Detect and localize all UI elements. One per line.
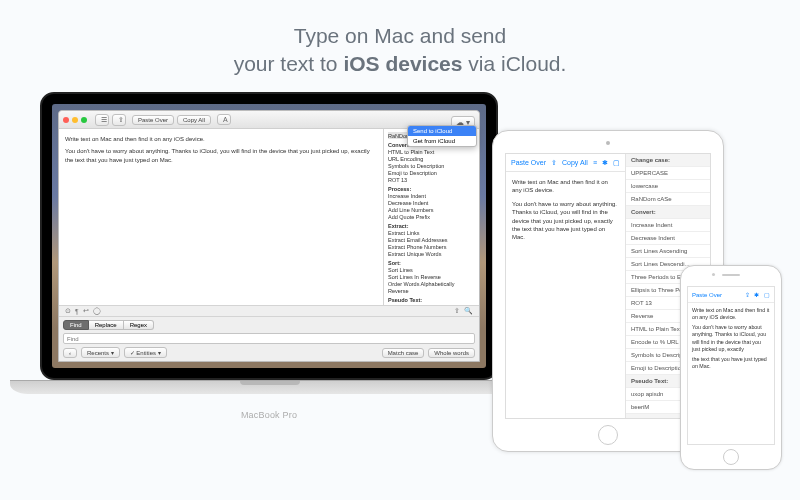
list-item[interactable]: Increase Indent <box>626 219 710 232</box>
find-tab[interactable]: Find <box>63 320 89 330</box>
editor-paragraph: Write text on Mac and then find it on an… <box>512 178 619 195</box>
macos-desktop: ☰ ⇪ Paste Over Copy All A ☁ ▾ Send to iC… <box>52 104 486 368</box>
minimize-icon[interactable] <box>72 117 78 123</box>
home-button[interactable] <box>598 425 618 445</box>
editor-paragraph: Write text on Mac and then find it on an… <box>692 307 770 321</box>
paste-over-button[interactable]: Paste Over <box>511 159 546 166</box>
copy-all-button[interactable]: Copy All <box>562 159 588 166</box>
camera-icon <box>712 273 715 276</box>
paragraph-icon[interactable]: ¶ <box>75 308 79 315</box>
export-icon[interactable]: ⇪ <box>551 159 557 167</box>
macbook-device: ☰ ⇪ Paste Over Copy All A ☁ ▾ Send to iC… <box>40 92 498 402</box>
iphone-device: Paste Over ⇪ ✱ ▢ Write text on Mac and t… <box>680 265 782 470</box>
window-titlebar: ☰ ⇪ Paste Over Copy All A ☁ ▾ Send to iC… <box>59 111 479 129</box>
sidebar-item[interactable]: Sort Lines <box>388 266 475 273</box>
editor-icon-row: ⊙ ¶ ↩ ◯ ⇪ 🔍 <box>59 305 479 317</box>
list-item[interactable]: Sort Lines Ascending <box>626 245 710 258</box>
copy-all-button[interactable]: Copy All <box>177 115 211 125</box>
list-header: Convert: <box>626 206 710 219</box>
search-icon[interactable]: 🔍 <box>464 307 473 315</box>
headline-line1: Type on Mac and send <box>294 24 506 47</box>
cloud-dropdown: Send to iCloud Get from iCloud <box>407 125 477 147</box>
close-icon[interactable] <box>63 117 69 123</box>
clipboard-icon[interactable]: ▢ <box>613 159 620 167</box>
app-window: ☰ ⇪ Paste Over Copy All A ☁ ▾ Send to iC… <box>58 110 480 362</box>
list-item[interactable]: Decrease Indent <box>626 232 710 245</box>
editor-paragraph: You don't have to worry about anything. … <box>65 147 377 164</box>
export-icon[interactable]: ⇪ <box>745 292 750 298</box>
ipad-toolbar: Paste Over ⇪ Copy All ≡ ✱ ▢ <box>506 154 625 172</box>
macbook-base <box>10 380 530 394</box>
sidebar-item[interactable]: Extract Links <box>388 229 475 236</box>
sidebar-item[interactable]: Add Line Numbers <box>388 206 475 213</box>
traffic-lights <box>63 117 87 123</box>
editor-paragraph: You don't have to worry about anything. … <box>512 200 619 242</box>
sidebar-item[interactable]: Extract Email Addresses <box>388 236 475 243</box>
sidebar-item[interactable]: URL Encoding <box>388 155 475 162</box>
export-icon[interactable]: ⇪ <box>112 114 126 126</box>
headline-line2-prefix: your text to <box>234 52 344 75</box>
actions-sidebar: RaNDom cASe Convert: HTML to Plain Text … <box>384 129 479 305</box>
pin-icon[interactable]: ⊙ <box>65 307 71 315</box>
sidebar-item[interactable]: Extract Phone Numbers <box>388 243 475 250</box>
headline-line2-bold: iOS devices <box>343 52 462 75</box>
headline-line2-suffix: via iCloud. <box>462 52 566 75</box>
replace-tab[interactable]: Replace <box>89 320 124 330</box>
voice-icon[interactable]: ◯ <box>93 307 101 315</box>
sidebar-item[interactable]: Decrease Indent <box>388 199 475 206</box>
editor-paragraph: You don't have to worry about anything. … <box>692 324 770 353</box>
sidebar-item[interactable]: Reverse <box>388 287 475 294</box>
speaker-icon <box>722 274 740 276</box>
sidebar-item[interactable]: Symbols to Description <box>388 162 475 169</box>
editor-paragraph: Write text on Mac and then find it on an… <box>65 135 377 143</box>
sidebar-item[interactable]: Add Quote Prefix <box>388 213 475 220</box>
find-panel: Find Replace Regex ‹ Recents ▾ ✓ Entitie… <box>59 317 479 361</box>
marketing-headline: Type on Mac and send your text to iOS de… <box>0 22 800 79</box>
macbook-notch <box>240 381 300 385</box>
iphone-toolbar: Paste Over ⇪ ✱ ▢ <box>688 287 774 303</box>
maximize-icon[interactable] <box>81 117 87 123</box>
sidebar-item[interactable]: ROT 13 <box>388 176 475 183</box>
recents-button[interactable]: Recents ▾ <box>81 347 120 358</box>
send-to-icloud-item[interactable]: Send to iCloud <box>408 126 476 136</box>
sidebar-item[interactable]: Sort Lines In Reverse <box>388 273 475 280</box>
whole-words-button[interactable]: Whole words <box>428 348 475 358</box>
list-item[interactable]: RaNDom cASe <box>626 193 710 206</box>
menu-icon[interactable]: ≡ <box>593 159 597 166</box>
get-from-icloud-item[interactable]: Get from iCloud <box>408 136 476 146</box>
back-icon[interactable]: ‹ <box>63 348 77 358</box>
ipad-text-editor[interactable]: Write text on Mac and then find it on an… <box>506 172 625 418</box>
font-icon[interactable]: A <box>217 114 231 125</box>
editor-paragraph: the text that you have just typed on Mac… <box>692 356 770 370</box>
sidebar-item[interactable]: HTML to Plain Text <box>388 148 475 155</box>
sidebar-item[interactable]: Emoji to Description <box>388 169 475 176</box>
entities-button[interactable]: ✓ Entities ▾ <box>124 347 167 358</box>
regex-tab[interactable]: Regex <box>124 320 154 330</box>
match-case-button[interactable]: Match case <box>382 348 425 358</box>
settings-icon[interactable]: ✱ <box>602 159 608 167</box>
iphone-app: Paste Over ⇪ ✱ ▢ Write text on Mac and t… <box>687 286 775 445</box>
list-item[interactable]: UPPERCASE <box>626 167 710 180</box>
clipboard-icon[interactable]: ▢ <box>764 292 770 298</box>
document-icon[interactable]: ☰ <box>95 114 109 126</box>
settings-icon[interactable]: ✱ <box>754 292 759 298</box>
find-input[interactable] <box>63 333 475 344</box>
share-icon[interactable]: ⇪ <box>454 307 460 315</box>
camera-icon <box>606 141 610 145</box>
paste-over-button[interactable]: Paste Over <box>692 292 722 298</box>
list-header: Change case: <box>626 154 710 167</box>
sidebar-item[interactable]: Extract Unique Words <box>388 250 475 257</box>
sidebar-item[interactable]: Order Words Alphabetically <box>388 280 475 287</box>
home-button[interactable] <box>723 449 739 465</box>
list-item[interactable]: lowercase <box>626 180 710 193</box>
text-editor[interactable]: Write text on Mac and then find it on an… <box>59 129 384 305</box>
macbook-bezel: ☰ ⇪ Paste Over Copy All A ☁ ▾ Send to iC… <box>40 92 498 380</box>
iphone-text-editor[interactable]: Write text on Mac and then find it on an… <box>688 303 774 444</box>
sidebar-item[interactable]: Increase Indent <box>388 192 475 199</box>
paste-over-button[interactable]: Paste Over <box>132 115 174 125</box>
macbook-brand-label: MacBook Pro <box>40 410 498 420</box>
wrap-icon[interactable]: ↩ <box>83 307 89 315</box>
